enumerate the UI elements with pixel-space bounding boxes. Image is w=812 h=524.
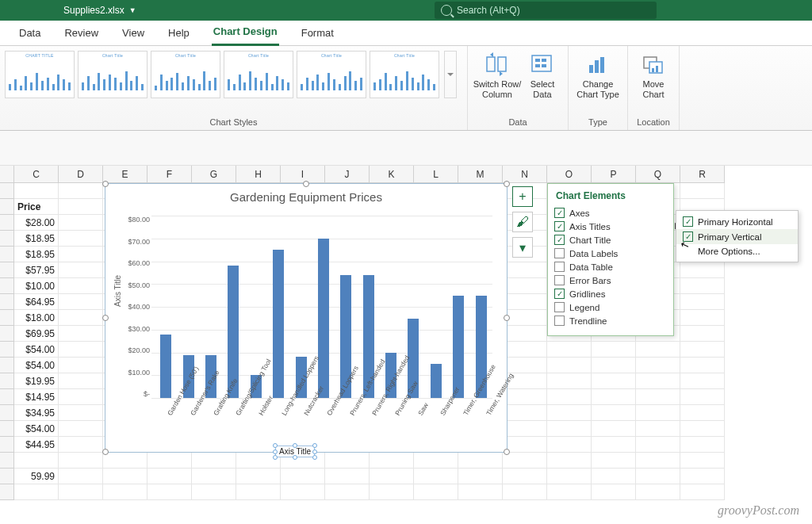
cell[interactable] (680, 421, 725, 437)
cell[interactable] (503, 405, 547, 421)
switch-row-column-button[interactable]: Switch Row/ Column (473, 49, 522, 99)
cell[interactable] (592, 342, 636, 358)
x-axis-title-selected[interactable]: Axis Title (275, 446, 315, 457)
chart-element-error-bars[interactable]: Error Bars (554, 273, 668, 287)
cell[interactable] (503, 262, 547, 278)
chart-elements-button[interactable]: + (512, 186, 533, 207)
cell[interactable] (59, 421, 103, 437)
cell[interactable] (547, 484, 592, 500)
cell[interactable] (636, 389, 680, 405)
cell[interactable] (680, 183, 725, 199)
cell[interactable] (59, 358, 103, 373)
chart-element-legend[interactable]: Legend (554, 300, 668, 314)
cell[interactable] (592, 469, 636, 484)
column-header[interactable]: O (547, 166, 592, 183)
cell[interactable] (59, 373, 103, 389)
cell[interactable] (281, 469, 325, 484)
cell[interactable] (236, 484, 281, 500)
cell[interactable] (59, 437, 103, 453)
cell[interactable] (547, 421, 592, 437)
cell[interactable] (547, 389, 592, 405)
file-name[interactable]: Supplies2.xlsx (63, 5, 124, 16)
cell[interactable]: $44.95 (14, 437, 59, 453)
cell[interactable] (59, 310, 103, 326)
cell[interactable] (325, 453, 370, 469)
row-header[interactable] (0, 405, 14, 421)
row-header[interactable] (0, 437, 14, 453)
cell[interactable] (503, 469, 547, 484)
chart-element-chart-title[interactable]: Chart Title (554, 233, 668, 247)
cell[interactable]: $28.00 (14, 215, 59, 231)
cell[interactable] (592, 484, 636, 500)
cell[interactable] (680, 326, 725, 342)
column-header[interactable]: K (370, 166, 414, 183)
cell[interactable] (103, 484, 147, 500)
cell[interactable] (59, 469, 103, 484)
cell[interactable] (680, 405, 725, 421)
cell[interactable] (503, 453, 547, 469)
spreadsheet-grid[interactable]: CDEFGHIJKLMNOPQR Price$28.00$18.95$18.95… (0, 166, 812, 500)
cell[interactable]: Price (14, 199, 59, 215)
row-header[interactable] (0, 278, 14, 294)
cell[interactable] (547, 342, 592, 358)
cell[interactable]: $69.95 (14, 326, 59, 342)
cell[interactable] (503, 421, 547, 437)
cell[interactable] (103, 453, 147, 469)
chart-element-gridlines[interactable]: Gridlines (554, 287, 668, 300)
cell[interactable] (592, 405, 636, 421)
cell[interactable] (636, 421, 680, 437)
cell[interactable] (59, 278, 103, 294)
cell[interactable] (370, 469, 414, 484)
cell[interactable]: $34.95 (14, 405, 59, 421)
chart-style-thumb[interactable]: Chart Title (297, 51, 366, 98)
cell[interactable] (680, 373, 725, 389)
cell[interactable]: $54.00 (14, 342, 59, 358)
row-header[interactable] (0, 247, 14, 262)
cell[interactable] (59, 342, 103, 358)
row-header[interactable] (0, 231, 14, 247)
chart-filters-button[interactable]: ▾ (512, 237, 533, 258)
cell[interactable] (680, 278, 725, 294)
cell[interactable]: $19.95 (14, 373, 59, 389)
cell[interactable] (503, 358, 547, 373)
cell[interactable] (503, 294, 547, 310)
cell[interactable] (414, 469, 458, 484)
row-header[interactable] (0, 199, 14, 215)
cell[interactable] (59, 199, 103, 215)
submenu-primary-horizontal[interactable]: Primary Horizontal (676, 214, 798, 229)
cell[interactable] (636, 358, 680, 373)
chart-style-thumb[interactable]: Chart Title (370, 51, 439, 98)
chart-style-thumb[interactable]: Chart Title (78, 51, 147, 98)
chart-style-thumb[interactable]: CHART TITLE (5, 51, 75, 98)
cell[interactable] (14, 484, 59, 500)
cell[interactable] (592, 389, 636, 405)
row-header[interactable] (0, 262, 14, 278)
cell[interactable] (636, 469, 680, 484)
cell[interactable] (680, 453, 725, 469)
row-header[interactable] (0, 484, 14, 500)
row-header[interactable] (0, 215, 14, 231)
cell[interactable] (680, 262, 725, 278)
chart-bar[interactable] (160, 335, 171, 399)
cell[interactable] (680, 342, 725, 358)
column-header[interactable]: I (281, 166, 325, 183)
cell[interactable] (680, 358, 725, 373)
submenu-more-options[interactable]: More Options... (676, 244, 798, 258)
column-header[interactable]: D (59, 166, 103, 183)
tab-chart-design[interactable]: Chart Design (212, 21, 279, 46)
cell[interactable] (458, 469, 503, 484)
cell[interactable] (680, 389, 725, 405)
cell[interactable]: $18.00 (14, 310, 59, 326)
select-data-button[interactable]: Select Data (522, 49, 563, 99)
filename-dropdown-icon[interactable]: ▼ (129, 6, 136, 14)
cell[interactable] (547, 469, 592, 484)
chart-element-data-table[interactable]: Data Table (554, 260, 668, 273)
tab-help[interactable]: Help (167, 22, 191, 45)
column-header[interactable]: R (680, 166, 725, 183)
search-box[interactable]: Search (Alt+Q) (435, 2, 657, 19)
chart-bar[interactable] (318, 239, 329, 398)
tab-view[interactable]: View (121, 22, 146, 45)
cell[interactable] (636, 405, 680, 421)
row-header[interactable] (0, 469, 14, 484)
tab-review[interactable]: Review (63, 22, 100, 45)
